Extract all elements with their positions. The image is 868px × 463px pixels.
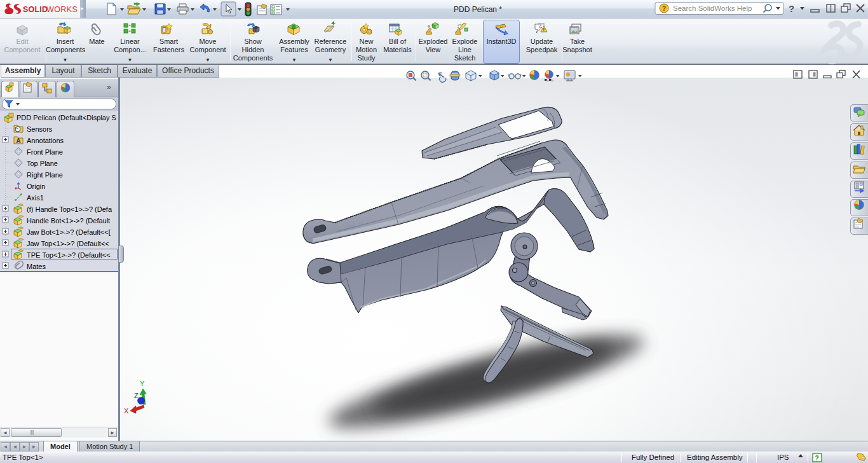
svg-text:A: A [16, 137, 20, 144]
svg-text:?: ? [815, 455, 819, 462]
svg-text:WORKS: WORKS [46, 5, 78, 14]
svg-text:Z: Z [134, 392, 139, 399]
svg-text:?: ? [662, 5, 666, 12]
svg-text:X: X [124, 407, 129, 415]
svg-text:Search SolidWorks Help: Search SolidWorks Help [673, 4, 752, 12]
svg-text:SOLID: SOLID [23, 5, 48, 14]
svg-text:!: ! [543, 27, 545, 32]
svg-text:Y: Y [140, 380, 145, 387]
svg-text:?: ? [789, 3, 794, 14]
